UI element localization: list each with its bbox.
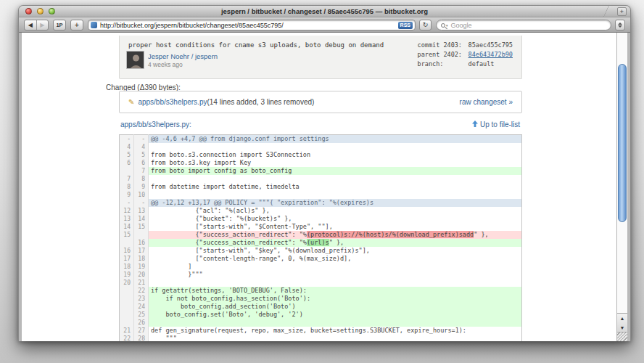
toolbar-stepper-button[interactable] xyxy=(615,20,625,30)
new-line-number: 13 xyxy=(134,207,149,215)
onepassword-button[interactable]: 1P xyxy=(53,20,66,30)
diff-row-hunk: --@@ -12,12 +13,17 @@ POLICY = """{ "exp… xyxy=(120,199,522,207)
diff-word-highlight: (protocol)s://%(host)s/%(download_prefix… xyxy=(307,231,474,238)
address-bar[interactable]: http://bitbucket.org/jespern/bitbucket/c… xyxy=(88,20,416,30)
new-line-number: 14 xyxy=(134,215,149,223)
diff-row-ctx: 2228 """ xyxy=(120,335,522,341)
diff-row-ctx: 66from boto.s3.key import Key xyxy=(120,159,522,167)
diff-row-ctx: 2127def gen_signature(request, repo, max… xyxy=(120,327,522,335)
diff-code-cell: if getattr(settings, 'BOTO_DEBUG', False… xyxy=(149,287,522,295)
diff-row-ctx: 1213 {"acl": "%(acl)s" }, xyxy=(120,207,522,215)
diff-word-highlight: (url)s xyxy=(307,239,329,246)
search-icon xyxy=(441,23,445,28)
old-line-number xyxy=(120,167,134,175)
new-line-number: 10 xyxy=(134,191,149,199)
avatar xyxy=(126,51,144,69)
scrollbar-thumb[interactable] xyxy=(618,64,627,222)
diff-row-add: 23 if not boto_config.has_section('Boto'… xyxy=(120,295,522,303)
new-line-number: 21 xyxy=(134,279,149,287)
diff-row-hunk: --@@ -4,6 +4,7 @@ from django.conf impor… xyxy=(120,135,522,144)
diff-code-cell: {"success_action_redirect": "%(protocol)… xyxy=(149,231,522,239)
nav-buttons: ◀ ▶ xyxy=(24,20,49,30)
new-line-number: 22 xyxy=(134,287,149,295)
diff-row-ctx: 55from boto.s3.connection import S3Conne… xyxy=(120,151,522,159)
reload-button[interactable]: ↻ xyxy=(419,20,432,30)
diff-table: --@@ -4,6 +4,7 @@ from django.conf impor… xyxy=(119,134,522,341)
back-button[interactable]: ◀ xyxy=(25,20,37,30)
old-line-number xyxy=(120,239,134,247)
changed-file-link[interactable]: apps/bb/s3helpers.py xyxy=(138,98,207,106)
diff-code-cell: from boto.s3.connection import S3Connect… xyxy=(149,151,522,159)
diff-code-cell: boto_config.set('Boto', 'debug', '2') xyxy=(149,311,522,319)
forward-button[interactable]: ▶ xyxy=(37,20,49,30)
site-favicon-icon xyxy=(91,22,97,28)
commit-meta-row: parent 2402:84e643472b90 xyxy=(418,50,513,60)
diff-row-add: 7from boto import config as boto_config xyxy=(120,167,522,175)
resize-grip[interactable] xyxy=(617,332,627,341)
old-line-number xyxy=(120,311,134,319)
new-tab-button[interactable]: + xyxy=(617,7,627,16)
new-line-number: 5 xyxy=(134,151,149,159)
scroll-up-button[interactable]: ▲ xyxy=(617,314,627,323)
old-line-number: 7 xyxy=(120,175,134,183)
chevron-down-icon: ▾ xyxy=(446,23,448,28)
diff-row-rem: 15 {"success_action_redirect": "%(protoc… xyxy=(120,231,522,239)
changed-file-row: ✎ apps/bb/s3helpers.py (14 lines added, … xyxy=(119,91,522,113)
meta-value-link[interactable]: 84e643472b90 xyxy=(468,50,513,60)
rss-badge[interactable]: RSS xyxy=(398,22,413,29)
raw-changeset-link[interactable]: raw changeset » xyxy=(460,98,513,106)
new-line-number: 25 xyxy=(134,311,149,319)
old-line-number: 5 xyxy=(120,151,134,159)
new-line-number: 16 xyxy=(134,239,149,247)
diff-file-link[interactable]: apps/bb/s3helpers.py: xyxy=(120,121,191,129)
diff-code-cell: }""" xyxy=(149,271,522,279)
old-line-number: 12 xyxy=(120,207,134,215)
old-line-number: 9 xyxy=(120,191,134,199)
old-line-number: 14 xyxy=(120,223,134,231)
old-line-number: 4 xyxy=(120,143,134,151)
author-link[interactable]: Jesper Noehr / jespern xyxy=(148,52,218,60)
new-line-number: 26 xyxy=(134,319,149,327)
search-field[interactable]: ▾ Google xyxy=(436,20,611,30)
diff-code-cell: {"bucket": "%(bucket)s" }, xyxy=(149,215,522,223)
commit-meta-row: commit 2403:85aec455c795 xyxy=(418,41,513,50)
diff-code-cell xyxy=(149,175,522,183)
diff-code-cell: def gen_signature(request, repo, max_siz… xyxy=(149,327,522,335)
new-line-number: - xyxy=(134,135,149,144)
commit-header: proper host conditions for cname s3 uplo… xyxy=(119,36,522,79)
diff-code-cell: @@ -4,6 +4,7 @@ from django.conf import … xyxy=(149,135,522,144)
diff-table-body: --@@ -4,6 +4,7 @@ from django.conf impor… xyxy=(120,135,522,342)
browser-toolbar: ◀ ▶ 1P + http://bitbucket.org/jespern/bi… xyxy=(19,17,630,33)
search-placeholder[interactable]: Google xyxy=(451,22,472,29)
diff-code-cell: from datetime import datetime, timedelta xyxy=(149,183,522,191)
diff-code-cell: ] xyxy=(149,263,522,271)
diff-code-cell: {"success_action_redirect": "%(url)s" }, xyxy=(149,239,522,247)
url-text[interactable]: http://bitbucket.org/jespern/bitbucket/c… xyxy=(100,22,398,29)
old-line-number: 16 xyxy=(120,247,134,255)
meta-value: 85aec455c795 xyxy=(468,41,513,50)
new-line-number: 23 xyxy=(134,295,149,303)
diff-code-cell: @@ -12,12 +13,17 @@ POLICY = """{ "expir… xyxy=(149,199,522,207)
new-line-number: - xyxy=(134,199,149,207)
diff-row-ctx: 1415 ["starts-with", "$Content-Type", ""… xyxy=(120,223,522,231)
diff-row-ctx: 78 xyxy=(120,175,522,183)
title-bar[interactable]: jespern / bitbucket / changeset / 85aec4… xyxy=(19,6,630,17)
commit-meta: commit 2403:85aec455c795parent 2402:84e6… xyxy=(418,41,513,69)
diff-row-add: 24 boto_config.add_section('Boto') xyxy=(120,303,522,311)
up-to-file-list-label: Up to file-list xyxy=(480,121,520,129)
meta-label: commit 2403: xyxy=(418,41,466,50)
add-bookmark-button[interactable]: + xyxy=(70,20,83,30)
new-line-number: 8 xyxy=(134,175,149,183)
commit-age: 4 weeks ago xyxy=(148,61,183,68)
old-line-number: - xyxy=(120,199,134,207)
edit-pencil-icon: ✎ xyxy=(128,98,134,106)
diff-row-ctx: 89from datetime import datetime, timedel… xyxy=(120,183,522,191)
old-line-number: 21 xyxy=(120,327,134,335)
vertical-scrollbar[interactable]: ▲ ▼ xyxy=(616,33,627,341)
up-to-file-list-link[interactable]: Up to file-list xyxy=(472,121,520,129)
old-line-number: 8 xyxy=(120,183,134,191)
old-line-number xyxy=(120,295,134,303)
diff-code-cell: from boto import config as boto_config xyxy=(149,167,522,175)
diff-code-cell: ["starts-with", "$key", "%(download_pref… xyxy=(149,247,522,255)
old-line-number: - xyxy=(120,135,134,144)
